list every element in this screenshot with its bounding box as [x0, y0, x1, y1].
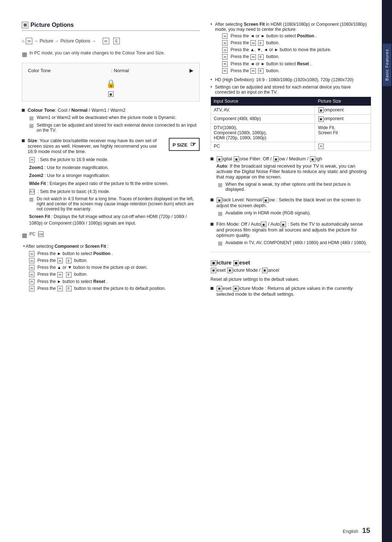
reset-bullet-text: ▣eset ▣icture Mode : Returns all picture…	[216, 286, 353, 297]
size-43: 4:3 : Sets the picture to basic (4:3) mo…	[29, 188, 200, 195]
film-mode-title: Film Mode: Off / Auto▣ / Auto▣	[216, 221, 287, 227]
pc-note: ▦ PC OK	[22, 231, 200, 239]
reset-subtitle: ▣eset ▣icture Mode / ▣ancel	[211, 267, 371, 273]
bullet-square-1	[22, 109, 25, 112]
table-cell-input-2: Component (480i, 480p)	[211, 115, 315, 123]
reset-icon2: ▣	[233, 260, 239, 266]
warm-deactivated-note: ▦ Warm1 or Warm2 will be deactivated whe…	[29, 115, 200, 121]
step-6: m Press the m E button to reset the pict…	[29, 286, 200, 291]
nav-path: ○ m → Picture → Picture Options → m E	[22, 36, 200, 46]
bullet-square-bl	[211, 198, 213, 201]
menu-icon-1: m	[26, 38, 32, 44]
step-icon-6: m	[29, 286, 34, 291]
section-title: ▣ Picture Options	[22, 22, 200, 31]
screen-fit-steps: • After selecting Component or Screen Fi…	[22, 244, 200, 291]
r-step-icon-4: m	[222, 54, 228, 59]
fm-icon2: ▣	[281, 222, 286, 227]
sub-note-icon-3: ▦	[29, 196, 34, 202]
bl-icon: ▣	[217, 197, 222, 203]
size-16-9: m : Sets the picture to 16:9 wide mode.	[29, 156, 200, 163]
df-icon: ▣	[217, 156, 222, 162]
e-icon-2b: E	[66, 258, 72, 263]
e-icon-2: m	[57, 258, 63, 263]
step-icon-4: m	[29, 272, 34, 277]
table-cell-input-1: ATV, AV,	[211, 106, 315, 114]
circle-icon: ○	[22, 38, 24, 44]
r-icon1: ▣	[217, 286, 222, 291]
black-level-bullet: ▣lack Level: Normal/▣ow : Selects the bl…	[211, 197, 371, 208]
high-icon: ▣	[310, 156, 315, 162]
r-e-2a: m	[250, 40, 256, 46]
table-header-size: Picture Size	[315, 97, 371, 106]
bullet-dot-r2: •	[211, 77, 212, 82]
comp-icon-2: ▣	[318, 116, 324, 122]
page-footer: English 15	[343, 526, 370, 535]
table-row-1: ATV, AV, ▣omponent	[211, 106, 371, 114]
noise-icon: ▣	[234, 156, 239, 162]
digital-filter-title: ▣igital ▣oise Filter: Off / ▣ow / Medium…	[216, 156, 322, 161]
r-step-icon-2: m	[222, 40, 228, 46]
table-cell-size-4: m	[315, 142, 371, 151]
digital-filter-section: ▣igital ▣oise Filter: Off / ▣ow / Medium…	[211, 156, 371, 192]
color-tone-title: Colour Tone: Cool / Normal / Warm1 / War…	[28, 107, 126, 113]
bl-icon2: ▣	[263, 197, 269, 203]
bullet-square-reset	[211, 287, 213, 290]
pc-mode-note: ▦ In PC mode, you can only make changes …	[22, 50, 200, 58]
page-title: Picture Options	[30, 22, 74, 28]
color-tone-value: : Normal	[111, 68, 129, 73]
menu-icon-2: m	[103, 38, 109, 44]
step-5: m Press the ► button to select Reset .	[29, 279, 200, 284]
reset-sub-icon: ▣	[211, 268, 216, 273]
psize-badge: P SIZE ☞	[169, 138, 200, 151]
reset-section: ▣icture ▣eset ▣eset ▣icture Mode / ▣ance…	[211, 259, 371, 297]
sub-note-df: ▦	[218, 182, 222, 188]
film-note: ▦ Available in TV, AV, COMPONENT (480i /…	[218, 240, 371, 246]
reset-title: ▣icture ▣eset	[211, 259, 371, 266]
sub-note-fm: ▦	[218, 240, 222, 246]
e-icon-6a: m	[57, 286, 63, 291]
no-43-note: ▦ Do not watch in 4:3 format for a long …	[29, 196, 200, 212]
color-tone-label: Color Tone	[28, 68, 51, 73]
table-header-input: Input Source	[211, 97, 315, 106]
size-screen-fit: Screen Fit : Displays the full image wit…	[29, 213, 200, 226]
r-e-6b: E	[258, 68, 264, 74]
picture-size-table: Input Source Picture Size ATV, AV, ▣ompo…	[211, 97, 371, 151]
size-title: Size: Your cable box/satellite receiver …	[28, 138, 157, 154]
film-mode-section: Film Mode: Off / Auto▣ / Auto▣ : Sets th…	[211, 221, 371, 246]
r-step-2: m Press the m E button.	[222, 40, 371, 46]
e-icon-4b: E	[66, 272, 72, 278]
picture-label: Picture	[40, 38, 53, 44]
r-e-4a: m	[250, 54, 256, 60]
hdmi-only-note: ▦ Available only in HDMI mode (RGB signa…	[218, 210, 371, 216]
note-icon-1: ▦	[22, 51, 27, 58]
step-3: m Press the ▲ or ▼ button to move the pi…	[29, 265, 200, 270]
sidebar-label: Basic Features	[383, 44, 391, 86]
footer-lang: English	[343, 529, 358, 534]
step-1: m Press the ► button to select Position …	[29, 251, 200, 256]
digital-filter-text: Auto: If the broadcast signal received b…	[216, 163, 371, 180]
icon-43: 4:3	[29, 189, 35, 194]
table-cell-size-2: ▣omponent	[315, 115, 371, 123]
black-level-section: ▣lack Level: Normal/▣ow : Selects the bl…	[211, 197, 371, 216]
color-tone-bullet: Colour Tone: Cool / Normal / Warm1 / War…	[22, 107, 200, 113]
r-icon2: ▣	[233, 286, 238, 291]
bullet-square-fm	[211, 223, 213, 226]
fm-icon1: ▣	[261, 222, 266, 227]
digital-filter-bullet: ▣igital ▣oise Filter: Off / ▣ow / Medium…	[211, 156, 371, 180]
e-icon-6b: E	[66, 286, 72, 291]
sidebar: Basic Features	[382, 0, 392, 542]
right-column: • After selecting Screen Fit in HDMI (10…	[211, 22, 371, 527]
color-tone-box: Color Tone : Normal ▶ 🔒 ▣	[22, 63, 200, 102]
reset-can-icon: ▣	[262, 268, 268, 273]
sub-note-icon-1: ▦	[29, 115, 34, 121]
settings-adjusted-note: ▦ Settings can be adjusted and stored fo…	[29, 123, 200, 133]
size-bullet: P SIZE ☞ Size: Your cable box/satellite …	[22, 138, 200, 154]
table-cell-input-3: DTV(1080i),Component (1080i, 1080p),HDMI…	[211, 123, 315, 142]
step-2: m Press the m E button.	[29, 258, 200, 263]
note-icon-pc: ▦	[22, 232, 27, 239]
film-mode-bullet: Film Mode: Off / Auto▣ / Auto▣ : Sets th…	[211, 221, 371, 238]
e-icon-4a: m	[57, 272, 63, 278]
hd-note: • HD (High Definition): 16:9 - 1080i/108…	[211, 77, 371, 82]
reset-icon: ▣	[211, 260, 216, 266]
r-step-6: m Press the m E button.	[222, 68, 371, 74]
